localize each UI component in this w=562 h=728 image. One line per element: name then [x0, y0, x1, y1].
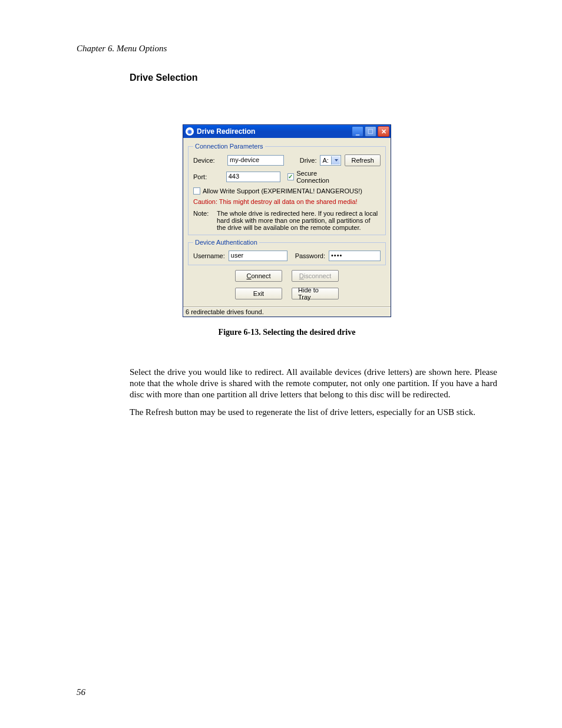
connect-button[interactable]: Connect	[235, 270, 282, 282]
note-label: Note:	[193, 210, 213, 231]
port-label: Port:	[193, 173, 223, 180]
exit-button[interactable]: Exit	[235, 288, 282, 299]
body-paragraph-1: Select the drive you would like to redir…	[130, 367, 497, 400]
hide-to-tray-button[interactable]: Hide to Tray	[292, 288, 339, 299]
status-bar: 6 redirectable drives found.	[183, 307, 391, 317]
port-input[interactable]: 443	[226, 172, 280, 182]
device-label: Device:	[193, 157, 224, 164]
chapter-header: Chapter 6. Menu Options	[77, 44, 497, 54]
section-title: Drive Selection	[130, 73, 497, 83]
maximize-button[interactable]: ☐	[365, 126, 376, 137]
caution-text: Caution: This might destroy all data on …	[193, 198, 381, 205]
checkbox-checked-icon: ✓	[287, 173, 295, 180]
device-authentication-group: Device Authentication Username: user Pas…	[188, 239, 386, 265]
disconnect-button[interactable]: Disconnect	[292, 270, 339, 282]
secure-label: Secure Connection	[296, 170, 349, 184]
disconnect-mnemonic: D	[299, 272, 304, 279]
write-support-label: Allow Write Support (EXPERIMENTAL! DANGE…	[203, 187, 362, 195]
window-title: Drive Redirection	[197, 127, 255, 136]
drive-redirection-dialog: ◉ Drive Redirection ‗ ☐ ✕ Connection Par…	[183, 124, 391, 317]
auth-legend: Device Authentication	[193, 239, 259, 246]
minimize-button[interactable]: ‗	[352, 126, 363, 137]
device-input[interactable]: my-device	[227, 155, 284, 166]
write-support-checkbox[interactable]: Allow Write Support (EXPERIMENTAL! DANGE…	[193, 187, 362, 195]
app-icon: ◉	[186, 127, 194, 136]
secure-connection-checkbox[interactable]: ✓ Secure Connection	[287, 170, 349, 184]
figure-caption: Figure 6-13. Selecting the desired drive	[77, 328, 497, 337]
checkbox-empty-icon	[193, 187, 200, 195]
connection-legend: Connection Parameters	[193, 143, 265, 150]
drive-select[interactable]: A:	[320, 155, 341, 166]
connect-rest: onnect	[251, 272, 270, 279]
username-input[interactable]: user	[229, 251, 287, 261]
page-number: 56	[77, 687, 85, 697]
password-label: Password:	[295, 252, 325, 259]
password-input[interactable]: ••••	[329, 251, 381, 261]
disconnect-rest: isconnect	[304, 272, 331, 279]
note-text: The whole drive is redirected here. If y…	[217, 210, 381, 231]
refresh-button[interactable]: Refresh	[345, 154, 381, 166]
connection-parameters-group: Connection Parameters Device: my-device …	[188, 143, 386, 235]
drive-value: A:	[322, 157, 328, 164]
drive-label: Drive:	[300, 157, 317, 164]
titlebar: ◉ Drive Redirection ‗ ☐ ✕	[183, 125, 391, 138]
body-paragraph-2: The Refresh button may be used to regene…	[130, 407, 497, 418]
username-label: Username:	[193, 252, 225, 259]
chevron-down-icon	[335, 159, 338, 162]
connect-mnemonic: C	[247, 272, 252, 279]
close-button[interactable]: ✕	[378, 126, 389, 137]
